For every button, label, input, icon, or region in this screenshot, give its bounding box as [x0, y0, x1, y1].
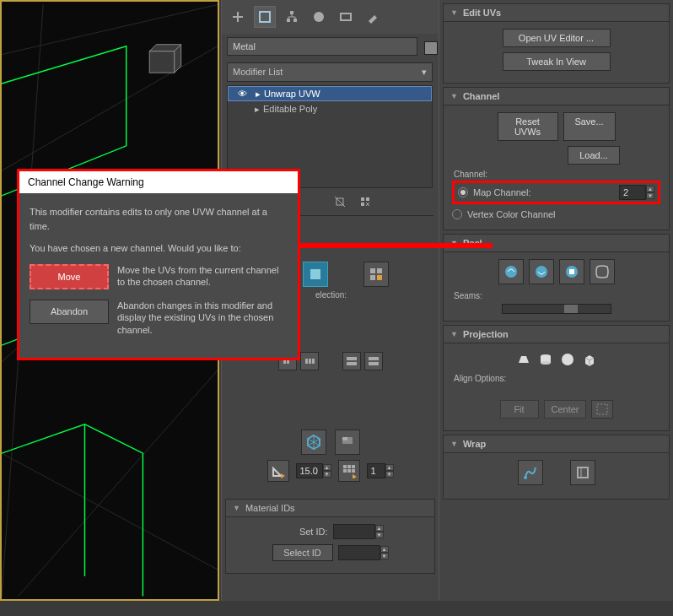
ring-icon[interactable] — [342, 352, 361, 370]
rollup-header[interactable]: ▼ Projection — [444, 326, 669, 343]
move-button[interactable]: Move — [30, 264, 109, 290]
display-tab-icon[interactable] — [335, 6, 357, 28]
select-id-value[interactable] — [338, 545, 380, 560]
visibility-toggle-icon[interactable]: 👁 — [232, 89, 252, 99]
stack-item-editable-poly[interactable]: ▸ Editable Poly — [228, 101, 432, 116]
grid-axis-icon[interactable] — [335, 430, 360, 455]
set-id-value[interactable] — [333, 524, 375, 539]
svg-point-63 — [541, 361, 551, 365]
slider-handle[interactable] — [564, 305, 578, 313]
peel-reset-icon[interactable] — [529, 259, 554, 284]
align-region-icon[interactable] — [591, 400, 613, 419]
count-spinner[interactable]: ▲▼ — [367, 463, 394, 478]
hierarchy-tab-icon[interactable] — [281, 6, 303, 28]
svg-rect-69 — [597, 404, 607, 414]
spinner-arrows[interactable]: ▲▼ — [375, 525, 384, 538]
load-button[interactable]: Load... — [568, 146, 620, 165]
center-button[interactable]: Center — [544, 400, 586, 419]
svg-rect-15 — [293, 19, 297, 22]
configure-sets-icon[interactable] — [357, 193, 374, 210]
svg-marker-48 — [281, 473, 285, 478]
svg-rect-21 — [341, 14, 351, 20]
svg-rect-71 — [578, 467, 588, 478]
dropdown-arrow-icon: ▾ — [422, 67, 427, 78]
unfold-wrap-icon[interactable] — [570, 460, 595, 485]
reset-uvws-button[interactable]: Reset UVWs — [498, 112, 558, 141]
rollup-title: Channel — [463, 91, 499, 101]
object-color-swatch[interactable] — [424, 41, 438, 55]
face-mode-icon[interactable] — [303, 262, 328, 287]
seam-slider[interactable] — [502, 304, 611, 314]
rollup-header[interactable]: ▼ Edit UVs — [444, 4, 669, 22]
pelt-icon[interactable] — [590, 259, 615, 284]
grid-snap-icon[interactable] — [338, 460, 360, 482]
pin-stack-icon[interactable] — [331, 193, 348, 210]
stack-item-unwrap[interactable]: 👁 ▸ Unwrap UVW — [228, 86, 432, 101]
select-id-spinner[interactable]: ▲▼ — [338, 545, 389, 560]
loop-icon[interactable] — [364, 352, 383, 370]
rollup-title: Wrap — [463, 439, 486, 449]
count-value[interactable] — [367, 463, 385, 478]
collapse-arrow-icon: ▼ — [450, 440, 458, 448]
map-channel-label: Map Channel: — [473, 187, 531, 197]
rollup-header[interactable]: ▼ Channel — [444, 88, 669, 105]
box-projection-icon[interactable] — [580, 350, 599, 369]
abandon-button[interactable]: Abandon — [30, 300, 109, 324]
modify-tab-icon[interactable] — [254, 6, 276, 28]
motion-tab-icon[interactable] — [308, 6, 330, 28]
utilities-tab-icon[interactable] — [362, 6, 384, 28]
cylindrical-projection-icon[interactable] — [536, 350, 555, 369]
channel-change-dialog: Channel Change Warning This modifier con… — [17, 169, 300, 360]
angle-spinner[interactable]: ▲▼ — [296, 463, 331, 478]
pelt-map-icon[interactable] — [559, 259, 584, 284]
cube-gizmo-icon[interactable] — [301, 430, 326, 455]
spinner-arrows[interactable]: ▲▼ — [385, 464, 394, 478]
map-channel-value[interactable] — [619, 185, 646, 200]
element-mode-icon[interactable] — [363, 262, 389, 287]
expand-icon[interactable]: ▸ — [252, 89, 264, 100]
object-name-field[interactable] — [227, 37, 417, 56]
map-channel-radio[interactable] — [458, 187, 468, 197]
svg-rect-35 — [305, 359, 308, 364]
spinner-arrows[interactable]: ▲▼ — [646, 186, 654, 199]
svg-marker-60 — [519, 356, 529, 363]
svg-rect-24 — [361, 197, 364, 201]
map-channel-spinner[interactable]: ▲▼ — [619, 185, 654, 200]
shrink-icon[interactable] — [300, 352, 319, 370]
vertex-color-radio[interactable] — [452, 209, 462, 219]
collapse-arrow-icon: ▼ — [233, 504, 240, 512]
modifier-list-dropdown[interactable]: Modifier List ▾ — [227, 62, 433, 82]
svg-line-3 — [2, 453, 218, 570]
spinner-arrows[interactable]: ▲▼ — [380, 546, 389, 559]
svg-rect-49 — [343, 465, 347, 468]
expand-icon[interactable]: ▸ — [251, 104, 263, 115]
tweak-in-view-button[interactable]: Tweak In View — [503, 52, 611, 71]
move-description: Move the UVs from the current channel to… — [117, 264, 288, 289]
angle-value[interactable] — [296, 463, 323, 478]
svg-rect-36 — [309, 359, 311, 364]
rollup-edit-uvs: ▼ Edit UVs Open UV Editor ... Tweak In V… — [443, 3, 670, 84]
svg-rect-31 — [370, 275, 375, 280]
svg-rect-59 — [569, 269, 574, 274]
create-tab-icon[interactable] — [227, 6, 249, 28]
spinner-arrows[interactable]: ▲▼ — [323, 464, 331, 478]
planar-projection-icon[interactable] — [514, 350, 533, 369]
dialog-text-1: This modifier contains edits to only one… — [30, 205, 288, 233]
fit-button[interactable]: Fit — [500, 400, 539, 419]
spherical-projection-icon[interactable] — [558, 350, 577, 369]
select-id-dropdown[interactable]: Select ID — [272, 544, 333, 561]
svg-point-20 — [314, 12, 324, 22]
rollup-header[interactable]: ▼ Wrap — [444, 435, 669, 453]
svg-rect-28 — [310, 269, 320, 279]
svg-rect-39 — [347, 362, 357, 365]
set-id-spinner[interactable]: ▲▼ — [333, 524, 384, 539]
rollup-channel: ▼ Channel Reset UVWs Save... Load... Cha… — [443, 87, 670, 230]
svg-rect-37 — [312, 359, 315, 364]
peel-quick-icon[interactable] — [498, 259, 524, 284]
rollup-header[interactable]: ▼ Material IDs — [226, 500, 434, 517]
angle-snap-icon[interactable] — [267, 460, 289, 482]
spline-wrap-icon[interactable] — [518, 460, 543, 485]
open-uv-editor-button[interactable]: Open UV Editor ... — [503, 29, 611, 47]
save-button[interactable]: Save... — [563, 112, 616, 141]
svg-line-4 — [19, 370, 218, 597]
